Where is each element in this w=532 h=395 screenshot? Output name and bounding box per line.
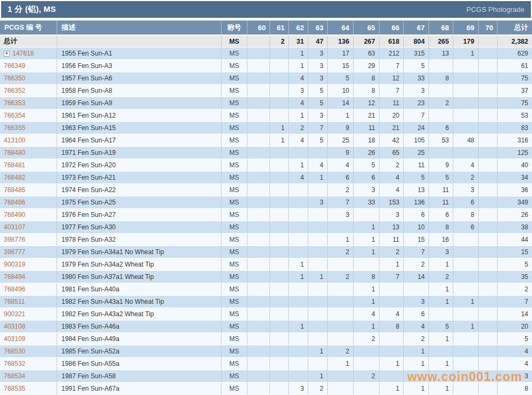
designation-cell: MS [221,122,247,134]
pcgs-number-link[interactable]: 766353 [4,99,25,107]
pcgs-number-link[interactable]: 768496 [4,285,25,293]
row-total-cell: 2 [497,283,532,296]
pcgs-number-cell: 413100 [0,134,57,147]
grade-62-count: 2 [288,122,308,134]
designation-cell: MS [221,321,247,333]
photograde-link[interactable]: PCGS Photograde [466,5,524,13]
grade-64-count: 1 [327,234,353,246]
grade-67-count: 2 [403,258,429,271]
grade-68-count: 3 [429,246,453,258]
grade-65-count [353,209,379,221]
grade-63-count [308,308,327,321]
grade-67-count: 5 [403,172,429,184]
grade-68-count: 1 [429,333,453,345]
grade-65-count: 29 [353,60,379,72]
row-total-cell: 61 [497,60,532,72]
row-total-cell: 53 [497,110,532,122]
grade-64-count: 2 [327,184,353,196]
grade-68-count: 13 [429,47,453,60]
grade-66-count [379,370,403,383]
grade-61-count [270,159,288,172]
row-total-cell: 75 [497,97,532,110]
table-row: 7684801971 Fen Sun-A19MS9266525125 [0,147,532,159]
table-row: 4131001964 Fen Sun-A17MS1452518421055348… [0,134,532,147]
pcgs-number-link[interactable]: 766350 [4,74,25,82]
column-header-6: 63 [308,21,327,36]
grade-61-count [270,271,288,283]
grade-65-count: 3 [353,184,379,196]
designation-cell: MS [221,110,247,122]
grade-63-count: 2 [308,383,327,395]
pcgs-number-link[interactable]: 768481 [4,161,25,169]
coin-description: 1987 Fen Sun-A58 [57,370,221,383]
pcgs-number-link[interactable]: 766349 [4,62,25,70]
grade-67-count: 2 [403,333,429,345]
pcgs-number-link[interactable]: 768480 [4,149,25,156]
column-header-9: 66 [379,21,403,36]
grade-70-count [478,47,497,60]
grade-64-count [327,258,353,271]
totals-grade-62: 31 [288,36,308,47]
section-title-bar: 1 分 (铝), MS PCGS Photograde [1,1,531,18]
pcgs-number-link[interactable]: 768486 [4,199,25,206]
coin-description: 1973 Fen Sun-A21 [57,172,221,184]
grade-68-count: 2 [429,271,453,283]
pcgs-number-link[interactable]: 768535 [4,385,25,392]
grade-69-count [453,370,478,383]
grade-66-count: 1 [379,258,403,271]
row-total-cell: 83 [497,122,532,134]
pcgs-number-link[interactable]: 403109 [4,335,25,343]
column-header-2: 称号 [221,21,247,36]
grade-61-count [270,72,288,85]
grade-68-count: 11 [429,184,453,196]
grade-60-count [247,196,270,209]
grade-61-count [270,383,288,395]
table-row: 3987771979 Fen Sun-A34a1 No Wheat TipMS2… [0,246,532,258]
totals-designation: MS [221,36,247,47]
grade-63-count [308,221,327,234]
grade-70-count [478,370,497,383]
pcgs-number-link[interactable]: 768530 [4,348,25,355]
designation-cell: MS [221,60,247,72]
pcgs-number-link[interactable]: 768532 [4,360,25,367]
pcgs-number-link[interactable]: 766355 [4,124,25,132]
pcgs-number-link[interactable]: 768534 [4,372,25,380]
grade-63-count: 1 [308,345,327,358]
pcgs-number-link[interactable]: 398776 [4,236,25,243]
pcgs-number-link[interactable]: 900319 [4,261,25,268]
pcgs-number-link[interactable]: 768511 [4,298,25,305]
grade-60-count [247,333,270,345]
grade-66-count: 11 [379,234,403,246]
designation-cell: MS [221,333,247,345]
grade-62-count: 1 [288,159,308,172]
designation-cell: MS [221,345,247,358]
pcgs-number-link[interactable]: 768490 [4,211,25,219]
pcgs-number-link[interactable]: 766354 [4,112,25,119]
totals-desc-empty [57,36,221,47]
grade-66-count: 2 [379,246,403,258]
grade-62-count [288,196,308,209]
designation-cell: MS [221,370,247,383]
pcgs-number-link[interactable]: 413100 [4,137,25,144]
grade-64-count: 7 [327,196,353,209]
totals-grade-70 [478,36,497,47]
pcgs-number-link[interactable]: 768485 [4,186,25,194]
grade-61-count [270,184,288,196]
pcgs-number-link[interactable]: 398777 [4,248,25,256]
expand-icon[interactable]: + [4,51,10,57]
grade-61-count [270,209,288,221]
row-total-cell: 15 [497,246,532,258]
grade-65-count: 11 [353,122,379,134]
pcgs-number-link[interactable]: 900321 [4,310,25,318]
pcgs-number-link[interactable]: 768494 [4,273,25,281]
grade-60-count [247,122,270,134]
pcgs-number-link[interactable]: 403107 [4,223,25,231]
pcgs-number-link[interactable]: 768482 [4,174,25,181]
pcgs-number-link[interactable]: 147618 [12,50,34,57]
pcgs-number-link[interactable]: 766352 [4,87,25,94]
pcgs-number-link[interactable]: 403108 [4,323,25,330]
table-row: 7685351991 Fen Sun-A67aMS321118 [0,383,532,395]
table-row: 4031081983 Fen Sun-A46aMS11845120 [0,321,532,333]
row-total-cell: 26 [497,209,532,221]
grade-64-count: 10 [327,85,353,97]
